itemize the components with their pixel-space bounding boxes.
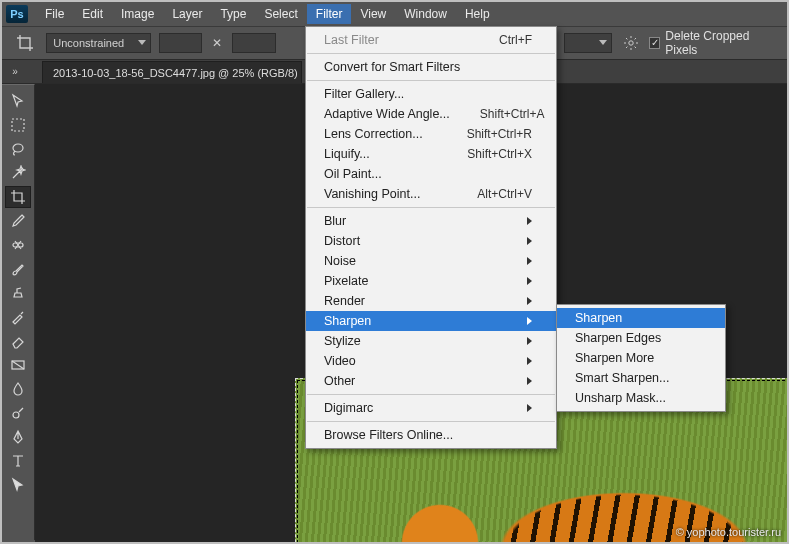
menu-type[interactable]: Type [211,4,255,24]
menubar: Ps File Edit Image Layer Type Select Fil… [2,2,787,26]
menu-item-label: Blur [324,214,346,228]
menu-item-unsharp-mask[interactable]: Unsharp Mask... [557,388,725,408]
magic-wand-tool[interactable] [5,162,31,184]
menu-item-adaptive-wide-angle[interactable]: Adaptive Wide Angle...Shift+Ctrl+A [306,104,556,124]
menu-item-label: Digimarc [324,401,373,415]
delete-cropped-checkbox[interactable]: ✓ Delete Cropped Pixels [649,29,777,57]
menu-item-filter-gallery[interactable]: Filter Gallery... [306,84,556,104]
path-selection-tool[interactable] [5,474,31,496]
type-tool[interactable] [5,450,31,472]
dodge-tool[interactable] [5,402,31,424]
menu-item-shortcut: Shift+Ctrl+A [450,107,545,121]
menu-edit[interactable]: Edit [73,4,112,24]
menu-item-shortcut: Ctrl+F [469,33,532,47]
menu-item-browse-filters[interactable]: Browse Filters Online... [306,425,556,445]
menu-item-label: Smart Sharpen... [575,371,670,385]
menu-item-last-filter: Last Filter Ctrl+F [306,30,556,50]
marquee-tool[interactable] [5,114,31,136]
expand-docs-icon[interactable]: » [8,64,22,78]
menu-item-noise[interactable]: Noise [306,251,556,271]
move-tool[interactable] [5,90,31,112]
menu-image[interactable]: Image [112,4,163,24]
submenu-arrow-icon [527,277,532,285]
menu-item-label: Adaptive Wide Angle... [324,107,450,121]
eyedropper-tool[interactable] [5,210,31,232]
lasso-tool[interactable] [5,138,31,160]
menu-file[interactable]: File [36,4,73,24]
menu-select[interactable]: Select [255,4,306,24]
crop-tool-icon[interactable] [12,33,38,53]
svg-point-0 [628,41,632,45]
menu-item-label: Oil Paint... [324,167,382,181]
menu-item-other[interactable]: Other [306,371,556,391]
submenu-arrow-icon [527,257,532,265]
document-tab[interactable]: 2013-10-03_18-56_DSC4477.jpg @ 25% (RGB/… [42,61,302,83]
pen-tool[interactable] [5,426,31,448]
healing-brush-tool[interactable] [5,234,31,256]
menu-item-label: Unsharp Mask... [575,391,666,405]
menu-item-label: Last Filter [324,33,379,47]
eraser-tool[interactable] [5,330,31,352]
checkbox-icon: ✓ [649,37,660,49]
blur-tool[interactable] [5,378,31,400]
menu-item-digimarc[interactable]: Digimarc [306,398,556,418]
crop-height-input[interactable] [232,33,275,53]
menu-item-blur[interactable]: Blur [306,211,556,231]
menu-item-convert-smart[interactable]: Convert for Smart Filters [306,57,556,77]
menu-item-smart-sharpen[interactable]: Smart Sharpen... [557,368,725,388]
crop-width-input[interactable] [159,33,202,53]
crop-constraint-select[interactable]: Unconstrained [46,33,151,53]
submenu-arrow-icon [527,297,532,305]
submenu-arrow-icon [527,377,532,385]
menu-item-stylize[interactable]: Stylize [306,331,556,351]
app-logo: Ps [6,5,28,23]
brush-tool[interactable] [5,258,31,280]
svg-rect-1 [12,119,24,131]
gradient-tool[interactable] [5,354,31,376]
sharpen-submenu: Sharpen Sharpen Edges Sharpen More Smart… [556,304,726,412]
chevron-down-icon [138,40,146,45]
tools-panel [2,84,35,540]
menu-item-pixelate[interactable]: Pixelate [306,271,556,291]
menu-item-sharpen-edges[interactable]: Sharpen Edges [557,328,725,348]
gear-icon[interactable] [620,32,641,54]
svg-point-5 [13,412,19,418]
watermark: © yophoto.tourister.ru [676,526,781,538]
submenu-arrow-icon [527,337,532,345]
menu-item-shortcut: Shift+Ctrl+R [437,127,532,141]
menu-item-label: Convert for Smart Filters [324,60,460,74]
menu-item-lens-correction[interactable]: Lens Correction...Shift+Ctrl+R [306,124,556,144]
delete-cropped-label: Delete Cropped Pixels [665,29,777,57]
submenu-arrow-icon [527,217,532,225]
swap-dimensions-icon[interactable]: ✕ [210,36,224,50]
menu-item-sharpen-more[interactable]: Sharpen More [557,348,725,368]
submenu-arrow-icon [527,237,532,245]
view-options-select[interactable] [564,33,613,53]
menu-item-label: Browse Filters Online... [324,428,453,442]
menu-item-video[interactable]: Video [306,351,556,371]
menu-item-label: Vanishing Point... [324,187,420,201]
menu-item-render[interactable]: Render [306,291,556,311]
menu-item-oil-paint[interactable]: Oil Paint... [306,164,556,184]
menu-item-label: Lens Correction... [324,127,423,141]
crop-constraint-value: Unconstrained [53,37,124,49]
menu-filter[interactable]: Filter [307,4,352,24]
menu-item-vanishing-point[interactable]: Vanishing Point...Alt+Ctrl+V [306,184,556,204]
menu-item-sharpen-basic[interactable]: Sharpen [557,308,725,328]
crop-tool[interactable] [5,186,31,208]
menu-item-label: Filter Gallery... [324,87,404,101]
menu-item-liquify[interactable]: Liquify...Shift+Ctrl+X [306,144,556,164]
menu-item-label: Sharpen [575,311,622,325]
clone-stamp-tool[interactable] [5,282,31,304]
menu-item-label: Sharpen More [575,351,654,365]
history-brush-tool[interactable] [5,306,31,328]
menu-item-distort[interactable]: Distort [306,231,556,251]
menu-item-label: Liquify... [324,147,370,161]
menu-item-sharpen[interactable]: Sharpen [306,311,556,331]
menu-window[interactable]: Window [395,4,456,24]
submenu-arrow-icon [527,317,532,325]
menu-layer[interactable]: Layer [163,4,211,24]
menu-help[interactable]: Help [456,4,499,24]
menu-item-label: Sharpen Edges [575,331,661,345]
menu-view[interactable]: View [351,4,395,24]
